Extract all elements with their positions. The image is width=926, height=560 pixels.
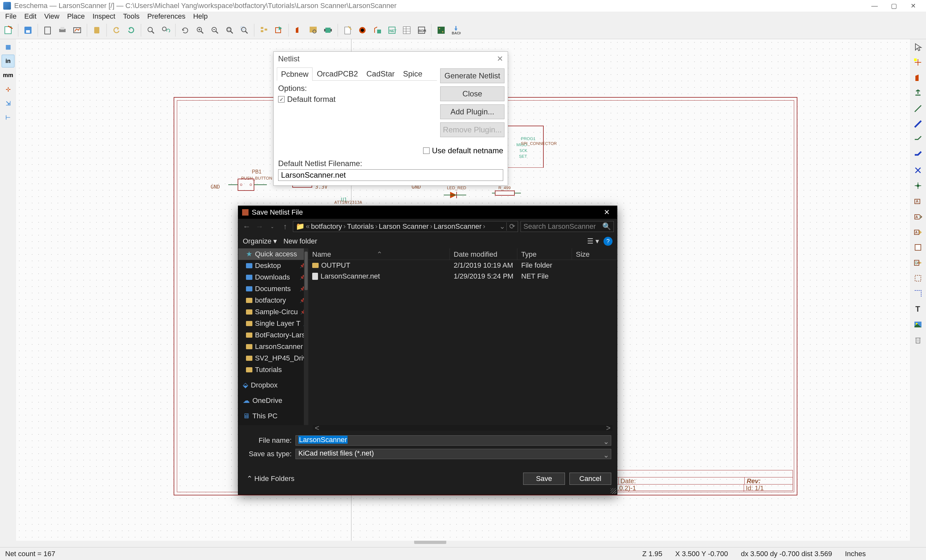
breadcrumb-item[interactable]: Tutorials [347,222,374,231]
print-icon[interactable] [56,24,69,37]
place-hier-label-icon[interactable]: A [912,226,924,238]
menu-preferences[interactable]: Preferences [144,11,189,22]
save-dialog-close-icon[interactable]: ✕ [600,208,613,217]
organize-menu[interactable]: Organize ▾ [243,237,277,246]
save-type-select[interactable]: KiCad netlist files (*.net)⌄ [295,449,611,459]
place-wire-icon[interactable] [912,102,924,115]
minimize-button[interactable]: — [865,0,884,12]
units-mm-button[interactable]: mm [2,69,14,82]
save-icon[interactable] [21,24,35,37]
window-close-button[interactable]: ✕ [903,0,923,12]
use-default-netname-checkbox[interactable] [423,148,430,154]
place-net-label-icon[interactable]: A [912,195,924,208]
menu-file[interactable]: File [1,11,20,22]
tree-documents[interactable]: Documents [238,283,308,294]
folder-tree[interactable]: ★Quick access Desktop Downloads Document… [238,248,308,425]
col-name[interactable]: Name ⌃ [308,248,450,260]
menu-place[interactable]: Place [64,11,89,22]
tree-scrollbar[interactable] [304,248,308,425]
plot-icon[interactable] [71,24,83,37]
delete-tool-icon[interactable] [912,334,924,346]
help-icon[interactable]: ? [604,237,613,246]
generate-netlist-button[interactable]: Generate Netlist [440,68,504,83]
nav-back-icon[interactable]: ← [242,221,252,232]
import-sheet-pin-icon[interactable]: DA [912,257,924,269]
default-format-checkbox[interactable]: ✓ [278,96,284,103]
place-global-label-icon[interactable]: A> [912,210,924,223]
nav-forward-icon[interactable]: → [254,221,265,232]
tree-quick-access[interactable]: ★Quick access [238,248,308,260]
file-row[interactable]: LarsonScanner.net 1/29/2019 5:24 PM NET … [308,271,617,282]
select-tool-icon[interactable] [912,41,924,53]
menu-help[interactable]: Help [189,11,212,22]
zoom-selection-icon[interactable] [238,24,251,37]
menu-view[interactable]: View [40,11,63,22]
place-image-icon[interactable] [912,318,924,331]
import-footprints-icon[interactable]: BACK [449,24,462,37]
bom-icon[interactable]: BOM [415,24,428,37]
netlist-close-icon[interactable]: ✕ [497,54,503,63]
add-plugin-button[interactable]: Add Plugin... [440,104,504,119]
tree-thispc[interactable]: 🖥This PC [238,410,308,422]
page-settings-icon[interactable] [41,24,54,37]
menu-inspect[interactable]: Inspect [89,11,119,22]
save-button[interactable]: Save [523,472,565,485]
breadcrumb-item[interactable]: botfactory [311,222,342,231]
zoom-fit-icon[interactable] [223,24,236,37]
tab-spice[interactable]: Spice [399,67,427,80]
zoom-in-icon[interactable] [194,24,206,37]
maximize-button[interactable]: ▢ [884,0,903,12]
tree-tutorials[interactable]: Tutorials [238,364,308,376]
cancel-button[interactable]: Cancel [569,472,611,485]
find-icon[interactable] [144,24,157,37]
new-folder-button[interactable]: New folder [283,237,317,246]
search-input[interactable]: Search LarsonScanner 🔍 [520,221,614,232]
file-list[interactable]: Name ⌃ Date modified Type Size OUTPUT 2/… [308,248,617,425]
symbol-editor-icon[interactable] [292,24,305,37]
breadcrumb[interactable]: 📁 « botfactory› Tutorials› Larson Scanne… [293,221,518,232]
annotate-icon[interactable] [341,24,354,37]
col-date[interactable]: Date modified [450,248,517,260]
hide-folders-button[interactable]: ⌃Hide Folders [247,474,295,483]
breadcrumb-item[interactable]: LarsonScanner [434,222,482,231]
tree-larsonscanner[interactable]: LarsonScanner [238,341,308,352]
tree-botfactory[interactable]: botfactory [238,294,308,306]
file-name-input[interactable]: LarsonScanner⌄ [295,435,611,445]
menu-tools[interactable]: Tools [119,11,144,22]
paste-icon[interactable] [90,24,103,37]
tab-pcbnew[interactable]: Pcbnew [277,68,313,81]
place-noconnect-icon[interactable] [912,164,924,177]
view-options-icon[interactable]: ☰ ▾ [587,237,599,246]
nav-up-icon[interactable]: ↑ [280,221,291,232]
col-type[interactable]: Type [517,248,572,260]
tab-orcad[interactable]: OrcadPCB2 [313,67,362,80]
menu-edit[interactable]: Edit [20,11,40,22]
tree-dropbox[interactable]: ⬙Dropbox [238,379,308,391]
place-wire-to-bus-icon[interactable] [912,133,924,146]
chevron-down-icon[interactable]: ⌄ [603,438,609,446]
tree-sample[interactable]: Sample-Circu [238,306,308,318]
close-button[interactable]: Close [440,86,504,101]
grid-toggle-icon[interactable]: ▦ [2,41,14,53]
assign-footprints-icon[interactable] [371,24,384,37]
place-graphic-line-icon[interactable] [912,287,924,300]
tab-cadstar[interactable]: CadStar [362,67,399,80]
place-text-icon[interactable]: T [912,303,924,315]
find-replace-icon[interactable] [159,24,172,37]
col-size[interactable]: Size [572,248,617,260]
place-sheet-pin-icon[interactable] [912,272,924,285]
symbol-browser-icon[interactable] [307,24,319,37]
refresh-icon[interactable]: ⟳ [507,222,515,231]
netlist-icon[interactable]: NET [386,24,398,37]
undo-icon[interactable] [110,24,123,37]
place-sheet-icon[interactable] [912,241,924,254]
hidden-pins-icon[interactable]: ⇲ [2,97,14,110]
refresh-icon[interactable] [179,24,192,37]
tree-larson-bot[interactable]: BotFactory-Lars [238,329,308,341]
tree-sv2[interactable]: SV2_HP45_Drive [238,352,308,364]
units-inches-button[interactable]: in [2,54,14,68]
new-schematic-icon[interactable] [2,24,15,37]
run-pcbnew-icon[interactable] [435,24,448,37]
default-filename-input[interactable] [278,169,503,181]
place-bus-icon[interactable] [912,118,924,130]
